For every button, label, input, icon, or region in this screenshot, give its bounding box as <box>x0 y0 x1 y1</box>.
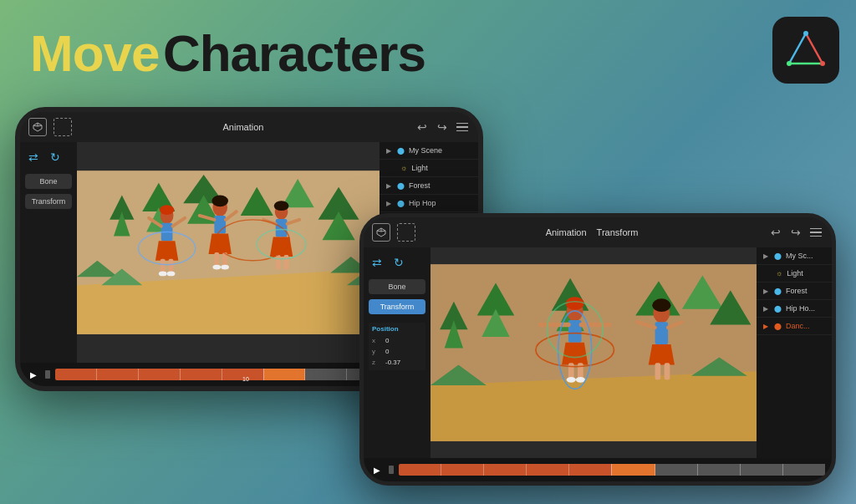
arrows-icon[interactable]: ⇄ <box>25 149 42 165</box>
p2-scene-item-light[interactable]: ☼ Light <box>757 265 832 283</box>
svg-marker-29 <box>155 241 178 260</box>
p2-arrow-icon-3: ▶ <box>763 305 768 313</box>
menu-button-2[interactable] <box>808 227 823 239</box>
phone-2-animation-label: Animation Transform <box>546 227 639 237</box>
timeline-handle-2[interactable] <box>389 466 394 474</box>
title-characters: Characters <box>163 24 425 82</box>
p2-scene-dot-2-icon: ⬤ <box>774 288 782 295</box>
z-field[interactable]: z -0.37 <box>372 357 422 368</box>
scene-item-light-label: Light <box>411 164 428 172</box>
svg-point-38 <box>211 196 228 207</box>
transform-panel: Position x 0 y 0 z -0.37 <box>369 323 425 370</box>
svg-rect-93 <box>655 363 661 379</box>
app-logo-icon <box>784 28 828 72</box>
redo-button-2[interactable]: ↪ <box>788 225 803 240</box>
phone-2-left-panel: ⇄ ↻ Bone Transform Position x 0 y 0 <box>364 247 431 458</box>
phone-1-scene-viewport[interactable] <box>77 142 380 363</box>
bone-button[interactable]: Bone <box>25 174 72 189</box>
p2-light-icon: ☼ <box>776 269 782 277</box>
x-value: 0 <box>385 337 389 344</box>
svg-point-5 <box>820 61 825 66</box>
svg-line-1 <box>806 33 823 64</box>
p2-scene-dot-icon: ⬤ <box>774 252 782 260</box>
svg-rect-94 <box>665 363 670 379</box>
phone-1-top-bar-left <box>28 118 72 136</box>
rotate-icon[interactable]: ↻ <box>47 149 64 165</box>
phone-2-scene-viewport[interactable] <box>431 247 757 458</box>
svg-rect-53 <box>276 255 281 270</box>
timeline-track-2[interactable] <box>399 464 825 476</box>
y-field[interactable]: y 0 <box>372 346 422 357</box>
svg-point-3 <box>803 31 808 36</box>
p2-scene-item-forest-label: Forest <box>786 287 808 295</box>
phone-2-timeline: ▶ <box>364 458 832 481</box>
scene-item-hiphop-label: Hip Hop <box>409 199 436 207</box>
svg-point-82 <box>567 377 576 383</box>
x-label: x <box>372 337 382 344</box>
p2-scene-item-hiphop-label: Hip Ho... <box>786 304 815 313</box>
arrow-icon-2: ▶ <box>386 182 391 190</box>
svg-point-4 <box>787 61 792 66</box>
position-header: Position <box>372 325 422 333</box>
y-label: y <box>372 348 382 355</box>
svg-rect-54 <box>284 255 289 270</box>
svg-point-27 <box>160 205 175 215</box>
x-field[interactable]: x 0 <box>372 335 422 346</box>
bone-button-2[interactable]: Bone <box>369 279 425 294</box>
cube-icon[interactable] <box>28 118 47 136</box>
svg-point-35 <box>167 272 176 277</box>
arrows-icon-2[interactable]: ⇄ <box>369 254 385 271</box>
p2-scene-item-forest[interactable]: ▶ ⬤ Forest <box>757 283 832 300</box>
arrow-icon-3: ▶ <box>386 200 391 207</box>
scene-item-myscene[interactable]: ▶ ⬤ My Scene <box>380 142 478 160</box>
transform-button-2[interactable]: Transform <box>369 299 425 314</box>
p2-arrow-icon-4: ▶ <box>763 323 768 330</box>
p2-scene-item-light-label: Light <box>787 269 803 277</box>
p2-scene-item-myscene[interactable]: ▶ ⬤ My Sc... <box>757 247 832 265</box>
play-button-2[interactable]: ▶ <box>370 463 384 476</box>
play-button[interactable]: ▶ <box>27 368 40 381</box>
redo-button[interactable]: ↪ <box>435 120 450 135</box>
y-value: 0 <box>385 348 389 355</box>
phone-2-main-area: ⇄ ↻ Bone Transform Position x 0 y 0 <box>364 247 832 458</box>
phone-1-left-panel: ⇄ ↻ Bone Transform <box>20 142 77 363</box>
p2-scene-item-hiphop[interactable]: ▶ ⬤ Hip Ho... <box>757 300 832 318</box>
p2-scene-dot-3-icon: ⬤ <box>774 305 782 313</box>
svg-line-9 <box>38 125 42 126</box>
svg-point-45 <box>212 265 221 270</box>
phone-2-screen: Animation Transform ↩ ↪ ⇄ ↻ Bone <box>364 217 832 481</box>
phone-2-top-bar-right: ↩ ↪ <box>768 225 823 240</box>
svg-rect-76 <box>568 320 582 343</box>
svg-line-60 <box>381 231 385 232</box>
p2-arrow-icon: ▶ <box>763 252 768 260</box>
app-icon[interactable] <box>772 17 839 84</box>
phone-2-left-panel-top: ⇄ ↻ <box>369 254 425 271</box>
scene-item-light[interactable]: ☼ Light <box>380 160 478 177</box>
cube-icon-2[interactable] <box>372 223 390 242</box>
selection-icon[interactable] <box>54 118 72 136</box>
scene-dot-2-icon: ⬤ <box>397 182 405 190</box>
svg-point-88 <box>652 298 670 312</box>
scene-item-hiphop[interactable]: ▶ ⬤ Hip Hop <box>380 195 478 212</box>
p2-scene-item-dance[interactable]: ▶ ⬤ Danc... <box>757 318 832 335</box>
svg-point-48 <box>274 201 289 211</box>
scene-dot-icon: ⬤ <box>397 147 405 155</box>
phone-1-scene-svg <box>77 142 380 363</box>
selection-icon-2[interactable] <box>397 223 415 242</box>
undo-button-2[interactable]: ↩ <box>768 225 783 240</box>
undo-button[interactable]: ↩ <box>415 120 430 135</box>
phone-1-top-bar-right: ↩ ↪ <box>415 120 470 135</box>
svg-line-59 <box>377 231 381 232</box>
timeline-handle[interactable] <box>45 370 50 379</box>
transform-button[interactable]: Transform <box>25 194 72 209</box>
phone-2-top-bar: Animation Transform ↩ ↪ <box>364 217 832 247</box>
svg-line-8 <box>33 125 38 126</box>
svg-marker-40 <box>209 233 232 253</box>
p2-arrow-icon-2: ▶ <box>763 288 768 295</box>
p2-scene-item-dance-label: Danc... <box>786 322 810 330</box>
title-move: Move <box>30 24 159 82</box>
rotate-icon-2[interactable]: ↻ <box>390 254 407 271</box>
scene-item-forest[interactable]: ▶ ⬤ Forest <box>380 177 478 195</box>
p2-scene-dot-4-icon: ⬤ <box>774 323 782 330</box>
menu-button[interactable] <box>455 121 470 134</box>
